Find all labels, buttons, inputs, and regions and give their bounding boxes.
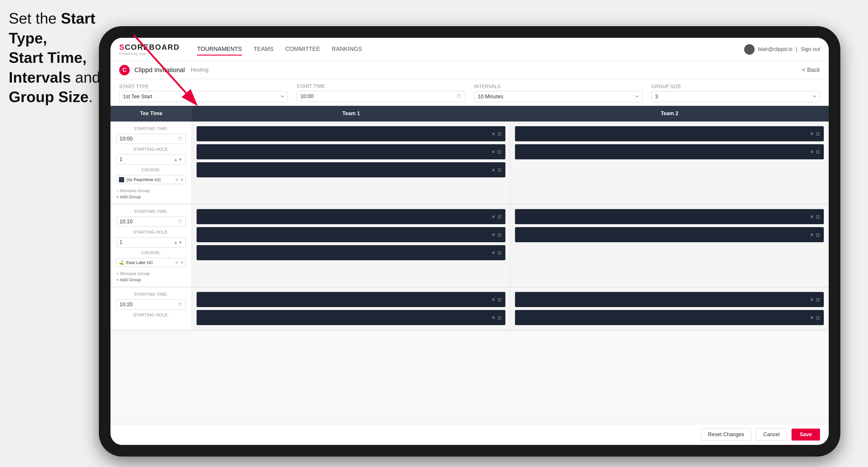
intervals-label: Intervals [474, 84, 643, 89]
course-row-1: (A) Peachtree GC ✕ ▾ [116, 175, 186, 184]
team2-col-2: ✕ ⊡ ✕ ⊡ [510, 205, 829, 287]
nav-teams[interactable]: TEAMS [254, 43, 274, 56]
player-expand-btn[interactable]: ⊡ [498, 214, 501, 220]
logo-powered-by: Powered by clipp... [119, 52, 180, 56]
nav-tournaments[interactable]: TOURNAMENTS [197, 43, 242, 56]
player-x-btn[interactable]: ✕ [491, 250, 495, 256]
tournament-title: Clippd Invitational [134, 66, 185, 74]
player-x-btn[interactable]: ✕ [491, 131, 495, 137]
player-controls: ✕ ⊡ [491, 167, 501, 173]
player-row: ✕ ⊡ [196, 227, 505, 242]
player-row: ✕ ⊡ [196, 245, 505, 260]
course-remove-2[interactable]: ✕ [175, 260, 179, 265]
player-expand-btn[interactable]: ⊡ [498, 297, 501, 303]
course-remove-1[interactable]: ✕ [175, 177, 179, 182]
clock-icon-1: ⏱ [178, 136, 183, 142]
reset-changes-button[interactable]: Reset Changes [701, 428, 751, 441]
player-row: ✕ ⊡ [515, 209, 824, 224]
player-controls: ✕ ⊡ [491, 214, 501, 220]
starting-hole-select-1[interactable]: 1 ▲▼ [116, 154, 186, 164]
user-email: blair@clippd.io [758, 46, 793, 52]
nav-rankings[interactable]: RANKINGS [332, 43, 362, 56]
starting-time-input-2[interactable]: 10:10 ⏱ [116, 217, 186, 227]
starting-time-input-3[interactable]: 10:20 ⏱ [116, 300, 186, 310]
player-controls: ✕ ⊡ [491, 131, 501, 137]
add-group-2[interactable]: + Add Group [116, 277, 186, 282]
player-expand-btn[interactable]: ⊡ [816, 214, 820, 220]
groups-container: STARTING TIME: 10:00 ⏱ STARTING HOLE: 1 … [111, 122, 829, 330]
flag-icon-2: ⛳ [119, 260, 124, 265]
player-expand-btn[interactable]: ⊡ [498, 315, 501, 320]
player-row: ✕ ⊡ [196, 126, 505, 141]
add-group-1[interactable]: + Add Group [116, 194, 186, 199]
tablet-screen: SCOREBOARD Powered by clipp... TOURNAMEN… [111, 38, 829, 445]
team1-col-3: ✕ ⊡ ✕ ⊡ [192, 287, 510, 330]
tee-settings-2: STARTING TIME: 10:10 ⏱ STARTING HOLE: 1 … [111, 205, 192, 287]
start-type-select[interactable]: 1st Tee Start [119, 91, 288, 102]
remove-group-1[interactable]: ○ Remove Group [116, 188, 186, 193]
tee-settings-3: STARTING TIME: 10:20 ⏱ STARTING HOLE: [111, 287, 192, 330]
player-expand-btn[interactable]: ⊡ [498, 250, 501, 256]
player-expand-btn[interactable]: ⊡ [816, 131, 820, 137]
player-row: ✕ ⊡ [196, 162, 505, 177]
nav-committee[interactable]: COMMITTEE [285, 43, 320, 56]
player-controls: ✕ ⊡ [810, 131, 820, 137]
starting-hole-select-2[interactable]: 1 ▲▼ [116, 237, 186, 247]
course-label-1: COURSE: [116, 167, 186, 172]
remove-group-2[interactable]: ○ Remove Group [116, 271, 186, 276]
footer-bar: Reset Changes Cancel Save [111, 424, 829, 445]
app-logo: SCOREBOARD [119, 43, 180, 52]
player-x-btn[interactable]: ✕ [491, 214, 495, 220]
player-x-btn[interactable]: ✕ [491, 232, 495, 238]
player-x-btn[interactable]: ✕ [810, 232, 814, 238]
player-expand-btn[interactable]: ⊡ [816, 315, 820, 320]
player-controls: ✕ ⊡ [810, 214, 820, 220]
clock-icon-3: ⏱ [178, 302, 183, 307]
player-x-btn[interactable]: ✕ [810, 315, 814, 320]
player-x-btn[interactable]: ✕ [491, 297, 495, 303]
col-team2: Team 2 [510, 106, 829, 121]
starting-time-label-1: STARTING TIME: [116, 126, 186, 131]
player-expand-btn[interactable]: ⊡ [498, 232, 501, 238]
player-expand-btn[interactable]: ⊡ [498, 167, 501, 173]
player-controls: ✕ ⊡ [491, 315, 501, 320]
player-x-btn[interactable]: ✕ [810, 214, 814, 220]
player-x-btn[interactable]: ✕ [491, 167, 495, 173]
player-row: ✕ ⊡ [196, 292, 505, 307]
starting-hole-label-2: STARTING HOLE: [116, 230, 186, 235]
action-links-1: ○ Remove Group + Add Group [116, 188, 186, 199]
player-expand-btn[interactable]: ⊡ [816, 149, 820, 155]
player-expand-btn[interactable]: ⊡ [498, 149, 501, 155]
group-size-select[interactable]: 3 [651, 91, 820, 102]
player-row: ✕ ⊡ [196, 144, 505, 159]
player-controls: ✕ ⊡ [491, 232, 501, 238]
player-x-btn[interactable]: ✕ [810, 149, 814, 155]
team1-col-1: ✕ ⊡ ✕ ⊡ ✕ [192, 122, 510, 204]
back-button[interactable]: Back [802, 67, 820, 73]
player-expand-btn[interactable]: ⊡ [498, 131, 501, 137]
player-expand-btn[interactable]: ⊡ [816, 297, 820, 303]
sign-out-link[interactable]: Sign out [801, 46, 820, 52]
clock-icon-2: ⏱ [178, 219, 183, 224]
player-x-btn[interactable]: ✕ [810, 297, 814, 303]
pipe-separator: | [796, 46, 797, 52]
intervals-select[interactable]: 10 Minutes [474, 91, 643, 102]
tee-settings-1: STARTING TIME: 10:00 ⏱ STARTING HOLE: 1 … [111, 122, 192, 204]
player-controls: ✕ ⊡ [491, 250, 501, 256]
nav-links: TOURNAMENTS TEAMS COMMITTEE RANKINGS [197, 43, 744, 56]
cancel-button[interactable]: Cancel [756, 428, 787, 441]
start-time-input[interactable]: 10:00 ⏱ [297, 91, 465, 102]
instruction-bold2: Start Time, [9, 49, 87, 66]
player-row: ✕ ⊡ [196, 209, 505, 224]
starting-time-input-1[interactable]: 10:00 ⏱ [116, 134, 186, 144]
player-controls: ✕ ⊡ [810, 149, 820, 155]
player-expand-btn[interactable]: ⊡ [816, 232, 820, 238]
table-header: Tee Time Team 1 Team 2 [111, 106, 829, 122]
player-x-btn[interactable]: ✕ [491, 315, 495, 320]
save-button[interactable]: Save [792, 429, 820, 440]
group-row: STARTING TIME: 10:10 ⏱ STARTING HOLE: 1 … [111, 205, 829, 287]
course-label-2: COURSE: [116, 250, 186, 255]
player-x-btn[interactable]: ✕ [810, 131, 814, 137]
player-x-btn[interactable]: ✕ [491, 149, 495, 155]
course-name-2: East Lake GC [126, 260, 153, 265]
